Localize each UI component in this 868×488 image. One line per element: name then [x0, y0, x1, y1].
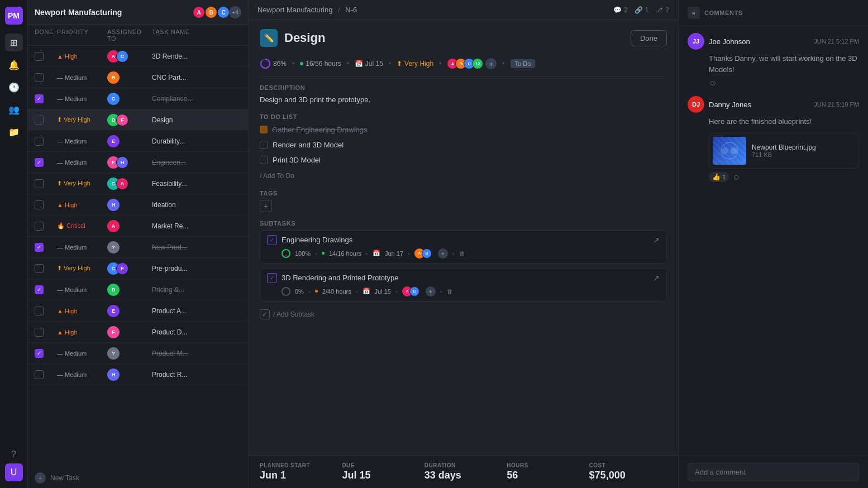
subtask-add-assignee[interactable]: +	[426, 286, 436, 296]
sidebar-user-icon[interactable]: U	[5, 463, 23, 481]
subtask-link-icon[interactable]: ↗	[653, 236, 660, 245]
task-checkbox[interactable]: ✓	[35, 243, 44, 252]
add-tag-button[interactable]: +	[260, 200, 272, 212]
task-name[interactable]: Ideation	[152, 201, 241, 209]
task-name[interactable]: Pre-produ...	[152, 265, 241, 272]
task-checkbox[interactable]	[35, 370, 44, 379]
task-checkbox[interactable]	[35, 73, 44, 82]
task-row[interactable]: ✓ — Medium ? Product M...	[28, 343, 248, 364]
task-avatar: C	[107, 93, 120, 105]
subtask-add-assignee[interactable]: +	[438, 248, 448, 259]
sidebar-team-icon[interactable]: 👥	[5, 101, 23, 118]
task-name[interactable]: CNC Part...	[152, 74, 241, 82]
task-name[interactable]: New Prod...	[152, 243, 241, 251]
add-todo-row[interactable]: / Add To Do	[260, 170, 667, 182]
reaction-emoji: 👍	[712, 173, 721, 181]
sidebar-home-icon[interactable]: ⊞	[5, 34, 23, 51]
task-row[interactable]: — Medium H Product R...	[28, 364, 248, 385]
task-row[interactable]: — Medium E Durability...	[28, 131, 248, 152]
task-name[interactable]: Product R...	[152, 371, 241, 379]
task-avatar: E	[107, 135, 120, 147]
task-checkbox[interactable]	[35, 179, 44, 188]
add-reaction-button[interactable]: ☺	[709, 78, 717, 87]
subtask-link-icon[interactable]: ↗	[653, 274, 660, 283]
subtask-name[interactable]: 3D Rendering and Printed Prototype	[282, 274, 648, 282]
hours-dot	[300, 62, 303, 65]
sidebar-files-icon[interactable]: 📁	[5, 123, 23, 141]
add-reaction-button[interactable]: ☺	[732, 173, 740, 181]
task-row[interactable]: ⬆ Very High C E Pre-produ...	[28, 258, 248, 279]
task-row[interactable]: ▲ High E Product A...	[28, 300, 248, 322]
task-name[interactable]: Durability...	[152, 137, 241, 145]
todo-checkbox[interactable]	[260, 141, 268, 149]
add-assignee-button[interactable]: +	[485, 58, 497, 69]
add-task-row[interactable]: + New Task	[28, 468, 248, 488]
task-name[interactable]: Engineeri...	[152, 159, 241, 166]
todo-text[interactable]: Print 3D Model	[273, 156, 321, 164]
comment-attachment[interactable]: Newport Blueprint.jpg 711 KB	[709, 133, 859, 169]
task-name[interactable]: 3D Rende...	[152, 52, 241, 60]
subtask-name[interactable]: Engineering Drawings	[282, 236, 648, 244]
subtask-delete-icon[interactable]: 🗑	[459, 250, 465, 257]
task-row[interactable]: — Medium B CNC Part...	[28, 67, 248, 88]
comments-list: JJ Joe Johnson JUN 21 5:12 PM Thanks Dan…	[679, 26, 868, 456]
task-checkbox[interactable]	[35, 264, 44, 273]
todo-done-icon	[260, 126, 268, 133]
todo-text[interactable]: Gather Engineering Drawings	[272, 126, 368, 134]
task-name[interactable]: Design	[152, 116, 241, 124]
comment-item: DJ Danny Jones JUN 21 5:10 PM Here are t…	[688, 96, 859, 182]
reaction-count: 1	[722, 174, 726, 180]
detail-panel: Newport Manufacturing / N-6 💬 2 🔗 1 ⎇ 2 …	[249, 0, 678, 488]
task-row[interactable]: ✓ — Medium C Compliance...	[28, 88, 248, 109]
comment-input[interactable]	[688, 463, 859, 481]
sidebar-help-icon[interactable]: ?	[5, 446, 23, 463]
todo-text[interactable]: Render and 3D Model	[273, 141, 344, 149]
task-checkbox[interactable]: ✓	[35, 285, 44, 294]
task-row[interactable]: ✓ — Medium D Pricing &...	[28, 279, 248, 300]
task-checkbox[interactable]	[35, 200, 44, 209]
add-subtask-row[interactable]: ✓ / Add Subtask	[260, 306, 667, 323]
task-title[interactable]: Design	[284, 31, 325, 45]
col-task-name: TASK NAME	[152, 28, 241, 42]
task-row[interactable]: ✓ — Medium F H Engineeri...	[28, 152, 248, 173]
task-checkbox[interactable]	[35, 222, 44, 231]
todo-checkbox[interactable]	[260, 156, 268, 164]
status-badge[interactable]: To Do	[511, 59, 536, 68]
task-row[interactable]: ✓ — Medium ? New Prod...	[28, 237, 248, 258]
task-name[interactable]: Pricing &...	[152, 286, 241, 294]
priority-badge: ⬆ Very High	[57, 116, 107, 123]
reaction-thumbsup[interactable]: 👍 1	[709, 172, 729, 182]
task-row[interactable]: ⬆ Very High D F Design	[28, 109, 248, 131]
task-row[interactable]: ⬆ Very High G A Feasibility...	[28, 173, 248, 194]
task-icon-badge: ✏️	[260, 29, 278, 47]
task-checkbox[interactable]	[35, 52, 44, 61]
task-name[interactable]: Product M...	[152, 350, 241, 357]
task-name[interactable]: Market Re...	[152, 222, 241, 230]
task-checkbox[interactable]	[35, 137, 44, 146]
task-checkbox[interactable]	[35, 307, 44, 315]
add-task-icon[interactable]: +	[35, 472, 46, 484]
task-checkbox[interactable]	[35, 116, 44, 125]
breadcrumb-project[interactable]: Newport Manufacturing	[257, 6, 332, 14]
task-checkbox[interactable]	[35, 328, 44, 337]
task-checkbox[interactable]: ✓	[35, 94, 44, 103]
task-name[interactable]: Product D...	[152, 328, 241, 336]
subtask-delete-icon[interactable]: 🗑	[447, 288, 453, 295]
task-row[interactable]: 🔥 Critical A Market Re...	[28, 216, 248, 237]
app-logo[interactable]: PM	[5, 7, 23, 25]
collapse-comments-button[interactable]: »	[688, 7, 700, 19]
task-row[interactable]: ▲ High F Product D...	[28, 322, 248, 343]
sidebar-history-icon[interactable]: 🕐	[5, 78, 23, 96]
comments-count: 💬 2	[613, 6, 628, 14]
description-text[interactable]: Design and 3D print the prototype.	[260, 94, 667, 106]
sidebar-notifications-icon[interactable]: 🔔	[5, 56, 23, 74]
task-checkbox[interactable]: ✓	[35, 158, 44, 167]
task-name[interactable]: Feasibility...	[152, 180, 241, 188]
task-name[interactable]: Product A...	[152, 307, 241, 315]
task-row[interactable]: ▲ High H Ideation	[28, 194, 248, 216]
subtask-due: Jul 15	[375, 288, 391, 295]
task-row[interactable]: ▲ High A C 3D Rende...	[28, 46, 248, 67]
task-checkbox[interactable]: ✓	[35, 349, 44, 358]
task-name[interactable]: Compliance...	[152, 95, 241, 103]
done-button[interactable]: Done	[631, 30, 667, 46]
